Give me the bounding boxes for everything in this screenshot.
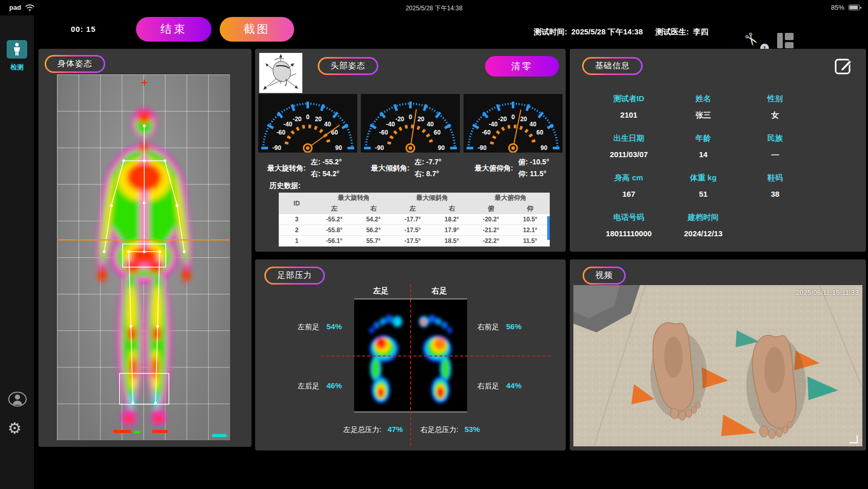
field-record-date: 建档时间 2024/12/13 — [667, 213, 739, 252]
field-tester-id: 测试者ID 2101 — [590, 94, 667, 134]
col-tilt: 最大倾斜角 — [393, 193, 472, 203]
head-posture-title: 头部姿态 — [318, 57, 378, 75]
svg-text:-40: -40 — [386, 121, 395, 128]
test-time: 测试时间: 2025/5/28 下午14:38 — [534, 27, 643, 37]
svg-text:-60: -60 — [277, 129, 286, 136]
svg-text:-20: -20 — [293, 116, 302, 123]
body-heatmap — [57, 74, 230, 440]
table-row: 3-55.2°54.2°-17.7°18.2°-20.2°10.5° — [279, 214, 550, 225]
history-data-label: 历史数据: — [269, 181, 301, 191]
head-posture-panel: 头部姿态 清零 -90-60-40-20020406090 -90-60-40-… — [255, 49, 566, 252]
rotation-gauge: -90-60-40-20020406090 — [258, 94, 357, 153]
col-id: ID — [279, 193, 315, 214]
svg-text:0: 0 — [306, 114, 310, 121]
video-timestamp: 2025/06/11 15:11:33 — [796, 289, 859, 296]
tilt-gauge: -90-60-40-20020406090 — [361, 94, 460, 153]
table-scrollbar[interactable] — [547, 216, 550, 240]
foot-pressure-panel: 足部压力 左足 右足 — [255, 259, 566, 450]
col-pitch: 最大俯仰角 — [471, 193, 550, 203]
head-axes-diagram — [259, 53, 302, 93]
col-rotation: 最大旋转角 — [315, 193, 393, 203]
session-timer: 00: 15 — [71, 25, 96, 33]
right-foot-label: 右足 — [432, 286, 447, 296]
scissors-button[interactable]: ✂ 1 — [744, 30, 767, 51]
basic-info-title: 基础信息 — [582, 57, 643, 75]
end-button[interactable]: 结束 — [136, 17, 211, 42]
basic-info-panel: 基础信息 测试者ID 2101 姓名 张三 性别 女 出生日期 2011/03/ — [570, 49, 866, 252]
svg-text:20: 20 — [417, 116, 425, 123]
left-forefoot-stat: 左前足 54% — [298, 322, 342, 332]
person-icon — [12, 43, 22, 56]
fullscreen-corner-icon[interactable] — [850, 435, 858, 443]
field-name: 姓名 张三 — [667, 94, 739, 134]
rotation-stat: 最大旋转角: 左: -55.2° 右: 54.2° — [267, 158, 342, 179]
reset-button[interactable]: 清零 — [485, 56, 559, 77]
svg-text:-90: -90 — [375, 144, 384, 152]
video-panel: 视频 — [570, 259, 866, 450]
history-table: ID 最大旋转角 最大倾斜角 最大俯仰角 左 右 左 右 俯 仰 3-55.2°… — [279, 193, 550, 247]
edit-button[interactable] — [834, 56, 854, 76]
svg-text:-20: -20 — [395, 116, 404, 123]
svg-text:-90: -90 — [477, 144, 487, 152]
video-title: 视频 — [583, 267, 626, 285]
pitch-stat: 最大俯仰角: 俯: -10.5° 仰: 11.5° — [475, 158, 549, 179]
field-birthdate: 出生日期 2011/03/07 — [590, 134, 667, 173]
field-gender: 性别 女 — [739, 94, 811, 134]
battery-icon — [848, 5, 860, 10]
svg-text:40: 40 — [324, 121, 332, 128]
sidebar-item-detect[interactable] — [7, 40, 27, 59]
screenshot-button[interactable]: 截图 — [220, 17, 294, 42]
midfoot-divider-line — [321, 355, 551, 356]
scissors-icon: ✂ — [739, 28, 763, 51]
sidebar-item-detect-label: 检测 — [0, 63, 34, 72]
test-doctor: 测试医生: 李四 — [655, 27, 708, 37]
field-shoe-size: 鞋码 38 — [739, 173, 811, 213]
svg-text:90: 90 — [541, 144, 548, 152]
field-phone: 电话号码 18011110000 — [590, 213, 667, 252]
avatar-icon[interactable] — [8, 391, 27, 409]
video-frame — [573, 285, 862, 446]
svg-text:-20: -20 — [498, 116, 507, 123]
app-root: pad 2025/5/28 下午14:38 85% 检测 — [0, 0, 868, 489]
body-thermal-image — [57, 74, 230, 440]
pitch-gauge: -90-60-40-20020406090 — [464, 94, 563, 153]
center-divider-line — [410, 284, 411, 446]
svg-text:-40: -40 — [489, 121, 498, 128]
basic-info-grid: 测试者ID 2101 姓名 张三 性别 女 出生日期 2011/03/07 年龄… — [590, 94, 811, 252]
body-posture-title: 身体姿态 — [45, 55, 105, 73]
svg-text:60: 60 — [434, 129, 441, 136]
svg-text:90: 90 — [335, 144, 342, 152]
svg-text:-40: -40 — [283, 121, 293, 128]
battery-percent: 85% — [831, 4, 844, 11]
tilt-stat: 最大倾斜角: 左: -7.7° 右: 8.7° — [371, 158, 441, 179]
svg-text:20: 20 — [520, 116, 527, 123]
field-age: 年龄 14 — [667, 134, 739, 173]
svg-text:0: 0 — [409, 114, 412, 121]
field-height: 身高 cm 167 — [590, 173, 667, 213]
layout-grid-button[interactable] — [777, 33, 794, 48]
table-row: 1-56.1°55.7°-17.5°18.5°-22.2°11.5° — [279, 236, 550, 247]
left-rearfoot-stat: 左后足 46% — [298, 381, 342, 391]
history-table-body: 3-55.2°54.2°-17.7°18.2°-20.2°10.5°2-55.8… — [279, 214, 550, 247]
right-forefoot-stat: 右前足 56% — [477, 322, 522, 332]
right-total-pressure: 右足总压力: 53% — [420, 425, 480, 435]
body-posture-panel: 身体姿态 — [38, 49, 252, 447]
left-foot-label: 左足 — [373, 286, 389, 296]
left-total-pressure: 左足总压力: 47% — [343, 425, 403, 435]
status-bar: pad 2025/5/28 下午14:38 85% — [0, 0, 868, 15]
svg-text:-60: -60 — [482, 129, 491, 136]
status-datetime: 2025/5/28 下午14:38 — [0, 4, 868, 13]
field-weight: 体重 kg 51 — [667, 173, 739, 213]
svg-text:0: 0 — [511, 114, 515, 121]
gear-icon[interactable]: ⚙ — [8, 419, 22, 438]
sidebar: 检测 ⚙ — [0, 15, 34, 489]
table-row: 2-55.8°56.2°-17.5°17.9°-21.2°12.1° — [279, 225, 550, 236]
svg-text:40: 40 — [530, 121, 537, 128]
field-ethnicity: 民族 — — [739, 134, 811, 173]
foot-pressure-title: 足部压力 — [264, 267, 325, 285]
svg-text:-60: -60 — [379, 129, 389, 136]
svg-text:90: 90 — [438, 144, 445, 152]
svg-text:20: 20 — [315, 116, 322, 123]
svg-text:40: 40 — [427, 121, 434, 128]
right-rearfoot-stat: 右后足 44% — [477, 381, 522, 391]
